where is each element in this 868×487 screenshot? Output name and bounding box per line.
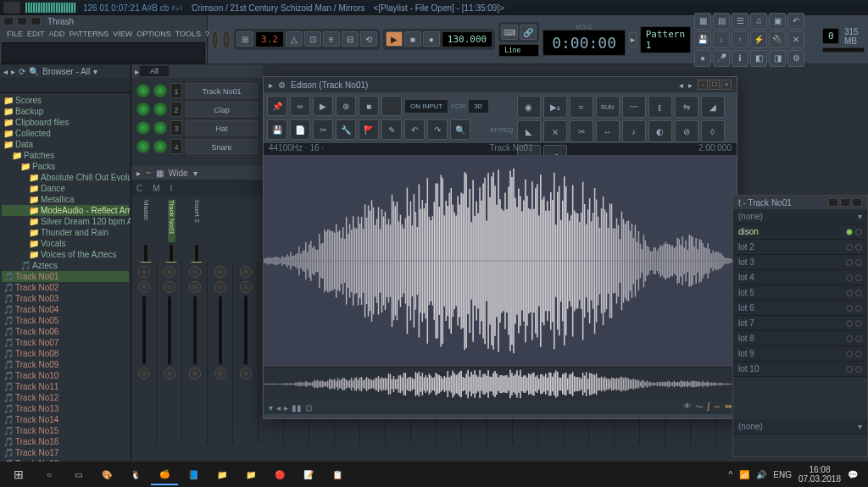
browser-fwd-icon[interactable]: ▸ bbox=[11, 67, 15, 76]
fx-led-icon[interactable] bbox=[846, 274, 853, 281]
menu-view[interactable]: VIEW bbox=[111, 29, 134, 39]
channel-vol-knob[interactable] bbox=[153, 140, 167, 153]
tree-item[interactable]: 📁Metallica bbox=[2, 194, 129, 205]
edison-stop-icon[interactable]: ■ bbox=[359, 96, 379, 116]
fx-slot[interactable]: lot 7 bbox=[733, 316, 867, 331]
fx-mute-icon[interactable] bbox=[855, 244, 862, 251]
pattern-prev-button[interactable]: ▸ bbox=[629, 32, 637, 47]
tool-rec-icon[interactable]: ● bbox=[694, 50, 711, 67]
tool-undo-icon[interactable]: ↶ bbox=[787, 13, 804, 30]
fx-max-button[interactable] bbox=[840, 198, 850, 207]
fx-mute-icon[interactable] bbox=[855, 290, 862, 296]
browser-refresh-icon[interactable]: ⟳ bbox=[19, 67, 25, 76]
fx-led-icon[interactable] bbox=[846, 366, 853, 373]
channel-name[interactable]: Clap bbox=[186, 102, 258, 117]
tree-item[interactable]: 📁ModeAudio - Reflect Ambient Loops bbox=[2, 205, 129, 216]
tree-item[interactable]: 🎵Track No10 bbox=[2, 370, 129, 381]
tool-info-icon[interactable]: ℹ bbox=[732, 50, 748, 67]
fx-reverse-icon[interactable]: ⇋ bbox=[675, 96, 698, 118]
edison-wrench-icon[interactable]: 🔧 bbox=[336, 119, 356, 140]
edison-pin-icon[interactable]: 📌 bbox=[267, 96, 287, 116]
typing-keyboard-button[interactable]: ⌨ bbox=[501, 25, 518, 40]
status-left-icon[interactable]: ◂ bbox=[276, 403, 281, 412]
fx-close-button[interactable] bbox=[852, 198, 862, 207]
taskbar-explorer-icon[interactable]: 📁 bbox=[209, 463, 236, 485]
browser-snap[interactable] bbox=[0, 78, 131, 93]
status-right-icon[interactable]: ▸ bbox=[284, 403, 288, 412]
edison-undo-icon[interactable]: ↶ bbox=[404, 119, 425, 140]
fx-denoise-icon[interactable]: ◊ bbox=[701, 120, 725, 142]
taskbar-manager-icon[interactable]: 📁 bbox=[237, 463, 264, 485]
tree-item[interactable]: 🎵Track No13 bbox=[2, 403, 129, 414]
strip-label[interactable]: Insert 2 bbox=[193, 200, 201, 242]
fx-drum-icon[interactable]: ◐ bbox=[648, 120, 672, 142]
menu-add[interactable]: ADD bbox=[47, 29, 67, 39]
taskbar-app2-icon[interactable]: 🐧 bbox=[122, 463, 149, 485]
record-button[interactable]: ● bbox=[423, 31, 440, 47]
browser-icon[interactable]: ▣ bbox=[769, 13, 786, 30]
tray-network-icon[interactable]: 📶 bbox=[739, 470, 749, 479]
fx-declick-icon[interactable]: ⊘ bbox=[675, 120, 698, 142]
tool-gear-icon[interactable]: ⚙ bbox=[787, 50, 804, 67]
fx-mute-icon[interactable] bbox=[855, 305, 862, 312]
tempo-display[interactable]: 130.000 bbox=[442, 31, 492, 47]
fx-mute-icon[interactable] bbox=[855, 274, 862, 281]
strip-label[interactable]: Master bbox=[142, 200, 150, 242]
tree-item[interactable]: 📁Data bbox=[2, 139, 129, 150]
status-spectrum-icon[interactable]: 〜 bbox=[695, 401, 704, 413]
tree-item[interactable]: 📁Scores bbox=[2, 95, 129, 106]
edison-gear-icon[interactable]: ⚙ bbox=[278, 80, 286, 90]
waveform-display[interactable] bbox=[264, 155, 737, 367]
metronome-button[interactable]: △ bbox=[286, 31, 303, 47]
fx-trim-icon[interactable]: ✂ bbox=[570, 120, 593, 142]
taskbar-app4-icon[interactable]: 📋 bbox=[324, 463, 351, 485]
mixer-strip[interactable] bbox=[131, 263, 157, 445]
snap-select[interactable]: Line bbox=[498, 44, 539, 57]
tree-item[interactable]: 🎵Track No09 bbox=[2, 359, 129, 370]
fx-eq-icon[interactable]: 〰 bbox=[622, 96, 646, 118]
fx-blur-icon[interactable]: ≈ bbox=[570, 96, 593, 118]
edison-min-button[interactable]: - bbox=[698, 80, 708, 90]
play-button[interactable]: ▶ bbox=[386, 31, 403, 47]
fx-mute-icon[interactable] bbox=[855, 320, 862, 327]
fx-slot[interactable]: lot 4 bbox=[733, 270, 867, 285]
taskbar-app1-icon[interactable]: 🎨 bbox=[93, 463, 120, 485]
fx-fadeout-icon[interactable]: ◣ bbox=[517, 120, 541, 142]
taskbar-opera-icon[interactable]: 🔴 bbox=[266, 463, 293, 485]
channel-vol-knob[interactable] bbox=[153, 102, 167, 116]
edison-pencil-icon[interactable]: ✎ bbox=[381, 119, 402, 140]
tree-item[interactable]: 🎵Track No03 bbox=[2, 293, 129, 304]
fx-script-icon[interactable]: RUN bbox=[596, 96, 620, 118]
tool-plugin-icon[interactable]: 🔌 bbox=[769, 31, 786, 48]
tree-item[interactable]: 📁Silver Dream 120 bpm Am bbox=[2, 216, 129, 227]
tree-item[interactable]: 🎵Track No12 bbox=[2, 392, 129, 403]
tree-item[interactable]: 🎵Track No06 bbox=[2, 326, 129, 337]
edison-close-button[interactable]: × bbox=[721, 80, 732, 90]
tool-render-icon[interactable]: ↓ bbox=[713, 31, 730, 48]
edison-tools-icon[interactable]: ✂ bbox=[313, 119, 333, 140]
edison-playloop-icon[interactable]: ⊕ bbox=[336, 96, 356, 116]
tool-mic-icon[interactable]: 🎤 bbox=[713, 50, 730, 67]
fx-led-icon[interactable] bbox=[846, 259, 853, 266]
edison-menu-icon[interactable]: ▸ bbox=[269, 80, 273, 90]
main-volume-knob[interactable] bbox=[211, 30, 219, 49]
tree-item[interactable]: 📁Packs bbox=[2, 161, 129, 172]
tree-item[interactable]: 📁Dance bbox=[2, 183, 129, 194]
fx-slot[interactable]: lot 10 bbox=[733, 362, 867, 377]
taskbar-app3-icon[interactable]: 📘 bbox=[180, 463, 207, 485]
rack-swing-icon[interactable]: ~ bbox=[146, 169, 151, 178]
fx-run-icon[interactable]: ▶₂ bbox=[543, 96, 567, 118]
tree-item[interactable]: 🎵Track No15 bbox=[2, 425, 129, 436]
tree-item[interactable]: 🎵Track No04 bbox=[2, 304, 129, 315]
minimize-button[interactable] bbox=[3, 17, 14, 25]
tree-item[interactable]: 📁Collected bbox=[2, 128, 129, 139]
edison-oninput[interactable]: ON INPUT bbox=[404, 99, 448, 113]
tree-item[interactable]: 🎵Track No16 bbox=[2, 436, 129, 447]
fx-led-icon[interactable] bbox=[846, 229, 853, 235]
fx-led-icon[interactable] bbox=[846, 305, 853, 312]
browser-back-icon[interactable]: ◂ bbox=[3, 67, 8, 76]
tree-item[interactable]: 📁Clipboard files bbox=[2, 117, 129, 128]
menu-tools[interactable]: TOOLS bbox=[174, 29, 203, 39]
menu-edit[interactable]: EDIT bbox=[25, 29, 47, 39]
stop-button[interactable]: ■ bbox=[404, 31, 421, 47]
